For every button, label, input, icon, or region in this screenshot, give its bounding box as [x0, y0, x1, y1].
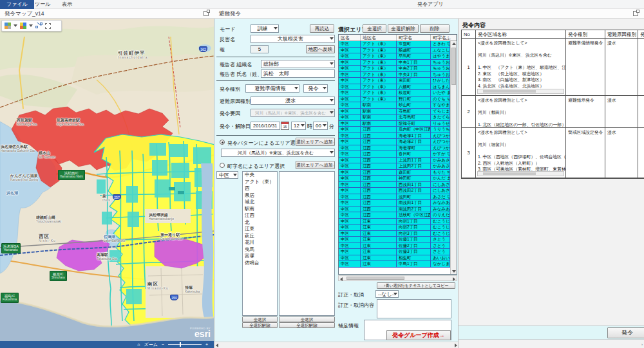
date-input[interactable]: 2016/10/31 [251, 122, 280, 130]
selected-area-row[interactable]: 中区江東向宿1丁目むこうじゅく [339, 219, 450, 225]
town-listbox[interactable] [279, 171, 335, 316]
zoom-out-button[interactable]: − [162, 342, 164, 347]
map-canvas[interactable]: 引佐町伊平Inasachoidaira西気賀駅Nishi-kiga Sta.気賀… [0, 19, 214, 348]
selected-area-rows[interactable]: 中区アクト（東）常盤町ときわ ちょ中区アクト（東）船越町ふなこし ち中区アクト（… [339, 41, 450, 274]
selected-area-row[interactable]: 中区駅南龍禅寺町りゅうぜんじ [339, 121, 450, 127]
selected-area-row[interactable]: 中区江西浅田町あさだ ちょ [339, 194, 450, 201]
byname-radio[interactable] [220, 163, 225, 168]
district-option[interactable]: 県居 [243, 192, 277, 199]
float-panel-icon[interactable] [633, 11, 638, 16]
scroll-right-icon[interactable] [455, 343, 457, 347]
scroll-thumb[interactable] [483, 90, 536, 93]
district-listbox[interactable]: 中央アクト（東）西県居城北駅南江西北江東萩丘花川曳馬富塚佐鳴台 [242, 171, 278, 316]
order-content-row[interactable]: 3<浸水を原因種別として> 河川（堀留川） 1. 中区（西地区（西伊場町）、佐鳴… [462, 128, 644, 178]
scroll-up-icon[interactable] [452, 42, 456, 45]
selected-area-row[interactable]: 中区アクト（東）中央2丁目ちゅうおう [339, 66, 450, 72]
selected-area-row[interactable]: 中区江西上浅田2丁目かみあさだ [339, 163, 450, 170]
order-type-select[interactable]: 避難準備情報 [245, 84, 299, 93]
town-deselect-all-button[interactable]: 全選択解除 [279, 322, 335, 328]
cause-type-select[interactable]: 浸水 [251, 96, 335, 105]
selected-area-row[interactable]: 中区江西春日町かすが ちょ [339, 151, 450, 158]
issue-order-button[interactable]: 発令 [607, 327, 644, 338]
scroll-thumb[interactable] [451, 48, 456, 85]
scroll-down-icon[interactable] [452, 270, 456, 273]
selected-area-row[interactable]: 中区アクト（東）早馬町はやうま ち [339, 53, 450, 60]
district-option[interactable]: 曳馬 [243, 246, 277, 253]
scroll-thumb[interactable] [483, 172, 536, 175]
district-option[interactable]: 駅南 [243, 206, 277, 213]
correction-content-textarea[interactable] [377, 299, 451, 318]
selected-area-row[interactable]: 中区江東佐藤1丁目さとう [339, 237, 450, 243]
selected-area-row[interactable]: 中区江東佐藤2丁目さとう [339, 243, 450, 250]
selected-area-row[interactable]: 中区アクト（東）船越町ふなこし ち [339, 48, 450, 54]
selected-area-row[interactable]: 中区アクト（東）中央3丁目ちゅうおう [339, 72, 450, 78]
selected-area-row[interactable]: 中区江西法枝町（中区江西のりえだ ち [339, 212, 450, 219]
scroll-right-icon[interactable] [453, 277, 455, 281]
map-reflect-button[interactable]: 地図へ反映 [306, 45, 335, 53]
selected-area-row[interactable]: 中区江西森田町もりた ちょ [339, 170, 450, 176]
district-deselect-all-button[interactable]: 全選択解除 [242, 322, 278, 328]
selected-area-row[interactable]: 中区江西西浅田1丁目にしあさだ [339, 182, 450, 188]
selected-area-row[interactable]: 中区江西神田町かんだ まち [339, 176, 450, 182]
layers-caret-icon[interactable] [29, 24, 33, 27]
calendar-button[interactable]: 15 [281, 122, 289, 130]
order-content-row[interactable]: 1<浸水を原因種別として> 河川（馬込川）※東区、浜北区を含む 1. 中区 （ア… [462, 39, 644, 96]
district-option[interactable]: 富塚 [243, 253, 277, 260]
selected-area-row[interactable]: 中区アクト（東）常盤町ときわ ちょ [339, 41, 450, 48]
order-content-row[interactable]: 2<浸水を原因種別として> 河川（都田川） 1. 北区（細江地区の一部、引佐地区… [462, 96, 644, 128]
district-option[interactable]: 城北 [243, 199, 277, 206]
selected-area-row[interactable]: 中区アクト（東）東田町ひがした ま [339, 78, 450, 84]
area-select-all-button[interactable]: 全選択 [363, 24, 386, 33]
menu-tools[interactable]: ツール [28, 0, 57, 9]
zoom-slider-handle[interactable] [180, 342, 181, 347]
pattern-select[interactable]: 河川（馬込川）※東区、浜北区を含む [221, 149, 335, 157]
hour-select[interactable]: 12 [291, 122, 306, 130]
reporter-org-select[interactable]: 総括部 [261, 60, 335, 68]
selected-area-row[interactable]: 中区駅南寺島町てらじま ち [339, 109, 450, 115]
district-option[interactable]: 花川 [243, 239, 277, 246]
cell-horizontal-scrollbar[interactable] [477, 171, 564, 176]
float-panel-icon[interactable] [204, 11, 209, 16]
mode-select[interactable]: 訓練 [251, 24, 279, 33]
district-option[interactable]: 佐鳴台 [243, 260, 277, 267]
scroll-left-icon[interactable] [340, 277, 343, 281]
cell-horizontal-scrollbar[interactable] [477, 89, 564, 94]
district-option[interactable]: 中央 [243, 172, 277, 179]
selected-area-row[interactable]: 中区江西海老塚1丁目えびつか [339, 133, 450, 140]
area-deselect-all-button[interactable]: 全選択解除 [388, 24, 419, 33]
selected-area-row[interactable]: 中区アクト（東）中央1丁目ちゅうおう [339, 60, 450, 66]
ward-select[interactable]: 中区 [216, 171, 238, 179]
create-order-group-button[interactable]: 発令グループ作成→ [386, 330, 451, 340]
disaster-select[interactable]: 大規模災害 [251, 35, 335, 43]
basemap-caret-icon[interactable] [14, 24, 17, 27]
measure-icon[interactable] [35, 23, 43, 29]
district-select-all-button[interactable]: 全選択 [242, 316, 278, 322]
table-horizontal-scrollbar[interactable] [338, 275, 457, 281]
selected-area-row[interactable]: 中区駅南北寺島町きたてらじ [339, 114, 450, 121]
district-option[interactable]: 江西 [243, 212, 277, 219]
order-factor-select[interactable]: 河川（馬込川）※東区、浜北区を含む [251, 109, 335, 117]
selected-area-row[interactable]: 中区江東向宿3丁目むこうじゅく [339, 231, 450, 237]
table-vertical-scrollbar[interactable] [450, 41, 457, 274]
copy-selected-rows-button[interactable]: ↑青い選択行をテキストとしてコピー [377, 282, 455, 289]
selected-area-row[interactable]: 中区江西海老塚町えびつか ち [339, 145, 450, 152]
area-delete-button[interactable]: 削除 [420, 24, 450, 33]
selected-area-row[interactable]: 中区江西南浅田1丁目みなみあさ [339, 200, 450, 206]
minute-select[interactable]: 00 [313, 122, 328, 130]
basemap-gallery-icon[interactable] [5, 23, 11, 29]
selected-area-row[interactable]: 中区江西上浅田1丁目かみあさだ [339, 158, 450, 164]
selected-area-row[interactable]: 中区江西南浅田2丁目みなみあさ [339, 206, 450, 213]
selected-area-row[interactable]: 中区江東相生町あいおい ち [339, 255, 450, 262]
selected-area-row[interactable]: 中区江西海老塚2丁目えびつか [339, 139, 450, 145]
pattern-radio[interactable] [220, 140, 225, 145]
district-option[interactable]: 西 [243, 185, 277, 192]
district-option[interactable]: 萩丘 [243, 233, 277, 240]
scroll-thumb[interactable] [346, 277, 404, 280]
district-option[interactable]: 北 [243, 219, 277, 226]
reload-button[interactable]: 再読込 [310, 24, 334, 33]
add-pattern-area-button[interactable]: 選択エリアへ追加→ [296, 138, 335, 146]
selected-area-row[interactable]: 中区江西瓜内町（中区江西うりうち ち [339, 127, 450, 133]
scroll-right-icon[interactable]: › [641, 342, 643, 346]
town-select-all-button[interactable]: 全選択 [279, 316, 335, 322]
extent-select-icon[interactable] [45, 23, 51, 29]
